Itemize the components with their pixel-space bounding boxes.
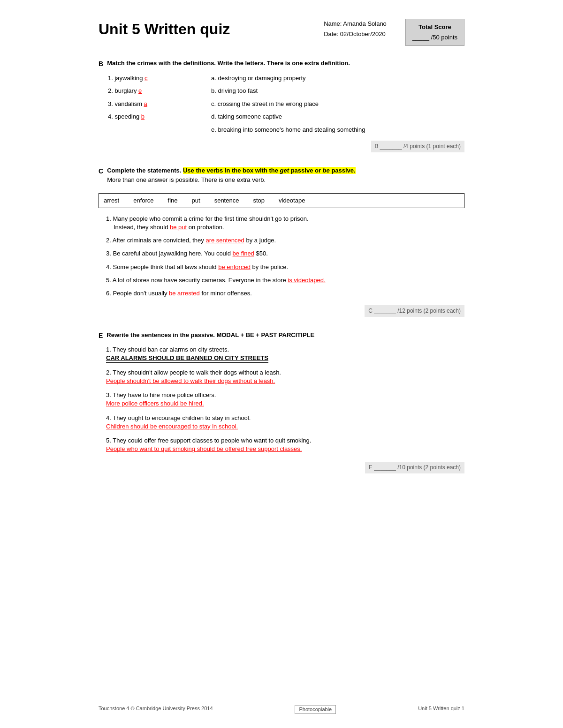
item-num: 6. [106, 290, 111, 297]
instruction-highlighted: Use the verbs in the box with the get pa… [183, 167, 356, 174]
answer-1: c [145, 75, 148, 82]
item-num: 3. [106, 250, 111, 257]
section-b-instruction: Match the crimes with the definitions. W… [107, 59, 350, 68]
section-e-letter: E [99, 331, 103, 341]
word-sentence: sentence [214, 196, 239, 205]
answer-4: b [141, 113, 145, 120]
word-enforce: enforce [133, 196, 153, 205]
section-c-header: C Complete the statements. Use the verbs… [99, 166, 464, 188]
answer-2: e [138, 87, 142, 94]
answer-3: a [144, 100, 147, 107]
student-info: Name: Amanda Solano Date: 02/October/202… [324, 19, 387, 39]
footer-left: Touchstone 4 © Cambridge University Pres… [99, 705, 213, 714]
word-put: put [192, 196, 200, 205]
match-left: 1. jaywalking c 2. burglary e 3. vandali… [108, 74, 211, 138]
footer-right: Unit 5 Written quiz 1 [418, 705, 464, 714]
student-date: Date: 02/October/2020 [324, 29, 387, 39]
section-c-instruction: Complete the statements. Use the verbs i… [107, 166, 356, 175]
section-c-sub-instruction: More than one answer is possible. There … [107, 176, 356, 184]
answer-c2: are sentenced [205, 237, 244, 244]
header-meta: Name: Amanda Solano Date: 02/October/202… [324, 19, 464, 46]
answer-e5: People who want to quit smoking should b… [106, 445, 464, 453]
item-num: 4. [106, 263, 111, 270]
answer-e3: More police officers should be hired. [106, 399, 464, 408]
score-box: Total Score _____ /50 points [405, 19, 464, 46]
list-item: d. taking someone captive [211, 112, 464, 121]
list-item: 5. They could offer free support classes… [106, 436, 464, 453]
section-c-letter: C [99, 167, 103, 176]
score-value: _____ /50 points [412, 33, 457, 42]
match-container: 1. jaywalking c 2. burglary e 3. vandali… [108, 74, 464, 138]
date-value: 02/October/2020 [340, 30, 386, 38]
original-text: 4. They ought to encourage children to s… [106, 414, 464, 422]
student-name: Name: Amanda Solano [324, 19, 387, 29]
list-item: 1. Many people who commit a crime for th… [106, 215, 464, 232]
clearfix: E _______ /10 points (2 points each) [99, 459, 464, 476]
list-item: c. crossing the street in the wrong plac… [211, 99, 464, 109]
answer-e2: People shouldn't be allowed to walk thei… [106, 377, 464, 385]
section-b-score: B _______ /4 points (1 point each) [371, 141, 464, 152]
word-arrest: arrest [104, 196, 119, 205]
section-c-instructions: Complete the statements. Use the verbs i… [107, 166, 356, 188]
section-e-score: E _______ /10 points (2 points each) [365, 462, 464, 473]
clearfix: B _______ /4 points (1 point each) [99, 138, 464, 155]
original-text: 3. They have to hire more police officer… [106, 391, 464, 399]
original-text: 1. They should ban car alarms on city st… [106, 345, 464, 354]
list-item: e. breaking into someone's home and stea… [211, 125, 464, 135]
date-label: Date: [324, 30, 338, 38]
list-item: 2. burglary e [108, 86, 211, 96]
original-text: 5. They could offer free support classes… [106, 436, 464, 445]
section-b-header: B Match the crimes with the definitions.… [99, 59, 464, 69]
score-title: Total Score [412, 23, 457, 31]
item-indent: Instead, they should be put on probation… [114, 224, 224, 231]
list-item: 4. They ought to encourage children to s… [106, 414, 464, 431]
item-num: 5. [106, 277, 111, 284]
answer-e4: Children should be encouraged to stay in… [106, 422, 464, 431]
section-c: C Complete the statements. Use the verbs… [99, 166, 464, 320]
footer: Touchstone 4 © Cambridge University Pres… [99, 705, 464, 714]
list-item: b. driving too fast [211, 86, 464, 96]
list-item: 3. vandalism a [108, 99, 211, 109]
list-item: 4. speeding b [108, 112, 211, 121]
list-item: a. destroying or damaging property [211, 74, 464, 83]
section-e: E Rewrite the sentences in the passive. … [99, 331, 464, 476]
clearfix: C _______ /12 points (2 points each) [99, 302, 464, 320]
answer-c4: be enforced [218, 263, 251, 270]
match-right: a. destroying or damaging property b. dr… [211, 74, 464, 138]
list-item: 4. Some people think that all laws shoul… [106, 263, 464, 271]
item-num: 2. [106, 237, 111, 244]
list-item: 2. They shouldn't allow people to walk t… [106, 368, 464, 385]
name-value: Amanda Solano [343, 20, 387, 27]
original-text: 2. They shouldn't allow people to walk t… [106, 368, 464, 377]
word-videotape: videotape [279, 196, 305, 205]
list-item: 6. People don't usually be arrested for … [106, 289, 464, 298]
section-e-instruction: Rewrite the sentences in the passive. MO… [107, 331, 314, 339]
footer-center: Photocopiable [295, 705, 336, 714]
section-b-letter: B [99, 60, 103, 69]
answer-e1: CAR ALARMS SHOULD BE BANNED ON CITY STRE… [106, 354, 464, 363]
answer-c5: is videotaped. [288, 277, 325, 284]
section-b: B Match the crimes with the definitions.… [99, 59, 464, 155]
section-c-score: C _______ /12 points (2 points each) [365, 305, 464, 317]
item-num: 1. [106, 215, 111, 222]
list-item: 5. A lot of stores now have security cam… [106, 276, 464, 285]
header: Unit 5 Written quiz Name: Amanda Solano … [99, 19, 464, 46]
section-e-header: E Rewrite the sentences in the passive. … [99, 331, 464, 341]
page-title: Unit 5 Written quiz [99, 19, 230, 40]
answer-c6: be arrested [169, 290, 200, 297]
word-box: arrest enforce fine put sentence stop vi… [99, 193, 464, 208]
name-label: Name: [324, 20, 342, 27]
list-item: 2. After criminals are convicted, they a… [106, 236, 464, 245]
answer-text-bold: CAR ALARMS SHOULD BE BANNED ON CITY STRE… [106, 354, 268, 363]
list-item: 3. Be careful about jaywalking here. You… [106, 249, 464, 258]
list-item: 1. They should ban car alarms on city st… [106, 345, 464, 363]
page: Unit 5 Written quiz Name: Amanda Solano … [70, 0, 493, 728]
answer-c1: be put [170, 224, 187, 231]
word-stop: stop [253, 196, 265, 205]
instruction-prefix: Complete the statements. [107, 167, 183, 174]
answer-c3: be fined [233, 250, 254, 257]
word-fine: fine [168, 196, 178, 205]
list-item: 1. jaywalking c [108, 74, 211, 83]
list-item: 3. They have to hire more police officer… [106, 391, 464, 408]
